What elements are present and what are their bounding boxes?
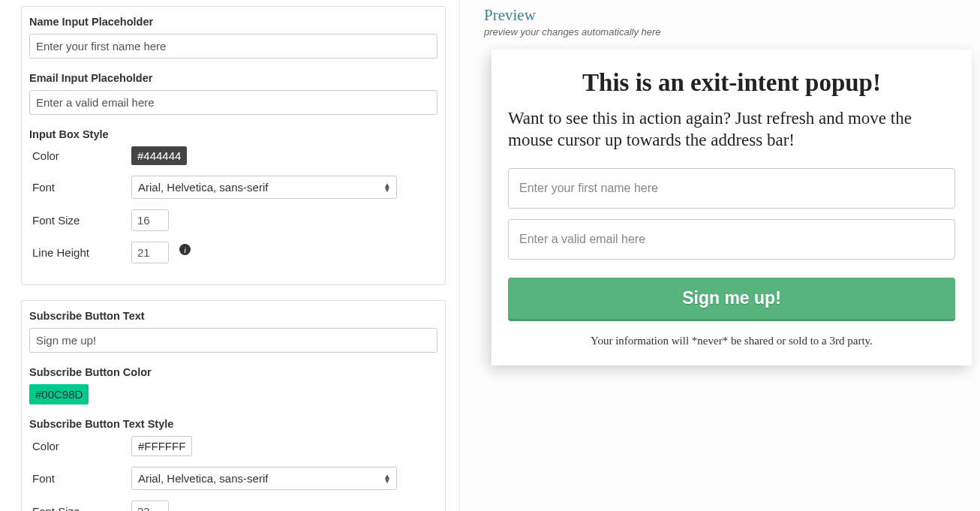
btn-textcolor-swatch[interactable]: #FFFFFF [131, 436, 192, 456]
subscribe-text-input[interactable] [29, 328, 437, 353]
subscribe-color-label: Subscribe Button Color [29, 366, 437, 378]
input-color-label: Color [32, 149, 131, 162]
email-placeholder-input[interactable] [29, 90, 437, 115]
input-font-label: Font [32, 181, 131, 194]
popup-subscribe-button[interactable]: Sign me up! [508, 278, 955, 321]
popup-footnote: Your information will *never* be shared … [508, 335, 955, 347]
btn-fontsize-input[interactable] [131, 500, 169, 511]
preview-title: Preview [484, 6, 980, 25]
subscribe-text-style-label: Subscribe Button Text Style [29, 418, 437, 430]
subscribe-text-label: Subscribe Button Text [29, 310, 437, 322]
popup-email-input[interactable] [508, 219, 955, 260]
preview-subtitle: preview your changes automatically here [484, 26, 980, 38]
input-lineheight-input[interactable] [131, 242, 169, 263]
name-placeholder-input[interactable] [29, 34, 437, 59]
input-box-style-label: Input Box Style [29, 128, 437, 140]
input-fontsize-label: Font Size [32, 214, 131, 227]
input-lineheight-label: Line Height [32, 246, 131, 259]
preview-column: Preview preview your changes automatical… [459, 0, 980, 511]
subscribe-button-panel: Subscribe Button Text Subscribe Button C… [21, 300, 446, 511]
info-icon[interactable]: i [179, 244, 191, 255]
btn-fontsize-label: Font Size [32, 505, 131, 511]
popup-preview-card: This is an exit-intent popup! Want to se… [492, 50, 972, 365]
input-font-select[interactable] [131, 176, 397, 199]
settings-column: Name Input Placeholder Email Input Place… [0, 0, 459, 511]
input-box-panel: Name Input Placeholder Email Input Place… [21, 6, 446, 285]
popup-name-input[interactable] [508, 168, 955, 209]
popup-heading: This is an exit-intent popup! [508, 69, 955, 97]
email-placeholder-label: Email Input Placeholder [29, 72, 437, 84]
subscribe-color-swatch[interactable]: #00C98D [29, 384, 89, 404]
btn-color-label: Color [32, 440, 131, 452]
btn-font-select[interactable] [131, 467, 397, 490]
popup-description: Want to see this in action again? Just r… [508, 107, 955, 152]
input-fontsize-input[interactable] [131, 209, 169, 231]
input-color-swatch[interactable]: #444444 [131, 146, 187, 165]
btn-font-label: Font [32, 472, 131, 485]
name-placeholder-label: Name Input Placeholder [29, 16, 437, 28]
